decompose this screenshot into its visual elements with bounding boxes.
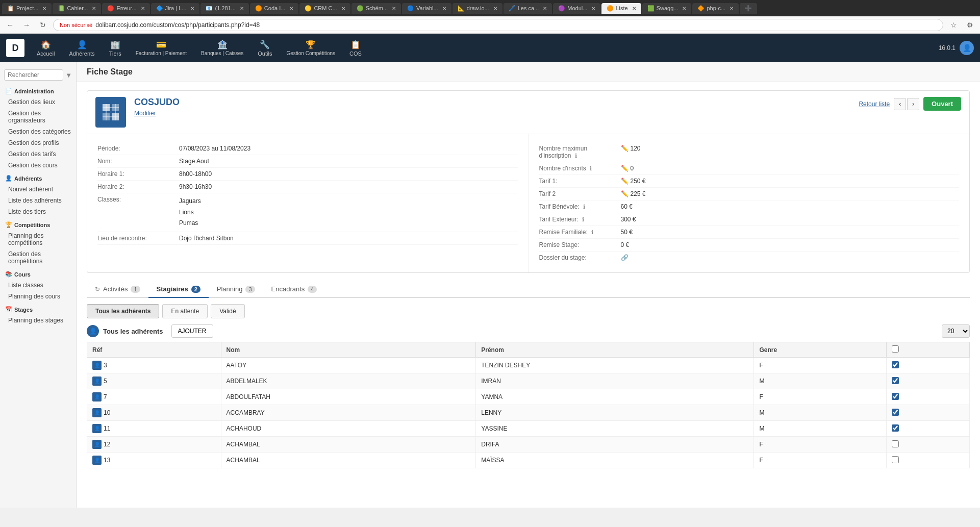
sidebar-item-liste-adherents[interactable]: Liste des adhérents (0, 195, 76, 206)
tab-crm[interactable]: 🟡CRM C...✕ (299, 3, 350, 14)
cell-checkbox[interactable] (886, 453, 969, 468)
tab-drawio[interactable]: 📐draw.io...✕ (453, 3, 502, 14)
tab-encadrants[interactable]: Encadrants 4 (263, 281, 325, 298)
row-checkbox[interactable] (892, 393, 899, 400)
nav-banques[interactable]: 🏦 Banques | Caisses (195, 37, 249, 59)
address-bar[interactable]: Non sécurisé dolibarr.cosjudo.com/custom… (53, 19, 943, 31)
tab-variable[interactable]: 🔵Variabl...✕ (402, 3, 451, 14)
cell-checkbox[interactable] (886, 437, 969, 453)
value-tarif-exterieur: 300 € (621, 216, 960, 223)
sidebar-item-planning-stages[interactable]: Planning des stages (0, 315, 76, 326)
tab-jira[interactable]: 🔷Jira | L...✕ (151, 3, 200, 14)
cell-checkbox[interactable] (886, 373, 969, 389)
sidebar-item-profils[interactable]: Gestion des profils (0, 137, 76, 148)
info-icon-benevole[interactable]: ℹ (583, 204, 585, 210)
tab-new[interactable]: ➕ (740, 3, 757, 14)
nav-facturation[interactable]: 💳 Facturation | Paiement (130, 37, 193, 59)
cell-ref: 👤 7 (87, 389, 221, 405)
filter-valide[interactable]: Validé (211, 304, 244, 318)
edit-tarif1[interactable]: ✏️ (621, 178, 629, 185)
search-dropdown-icon[interactable]: ▼ (65, 71, 72, 79)
sidebar-item-planning-competitions[interactable]: Planning des compétitions (0, 230, 76, 248)
info-icon-inscrits[interactable]: ℹ (590, 165, 592, 171)
tab-liste[interactable]: 🟠Liste✕ (601, 3, 641, 14)
info-icon-familiale[interactable]: ℹ (591, 229, 593, 235)
tab-schema[interactable]: 🟢Schém...✕ (351, 3, 401, 14)
tab-php[interactable]: 🔶php-c...✕ (692, 3, 739, 14)
tab-cahier[interactable]: 📗Cahier...✕ (53, 3, 101, 14)
prev-arrow[interactable]: ‹ (894, 98, 906, 110)
tab-activites-label: Activités (103, 285, 128, 293)
edit-nb-inscrits[interactable]: ✏️ (621, 165, 629, 172)
cell-checkbox[interactable] (886, 405, 969, 421)
cell-ref: 👤 11 (87, 421, 221, 437)
per-page-select[interactable]: 20 50 100 (942, 324, 970, 338)
nav-accueil[interactable]: 🏠 Accueil (31, 37, 61, 60)
cell-genre: F (754, 453, 886, 468)
tab-coda[interactable]: 🟠Coda I...✕ (250, 3, 299, 14)
tab-module[interactable]: 🟣Modul...✕ (553, 3, 600, 14)
value-max-inscription: 120 (631, 145, 960, 152)
cell-prenom: IMRAN (476, 373, 754, 389)
sidebar-item-liste-classes[interactable]: Liste classes (0, 280, 76, 291)
edit-tarif2[interactable]: ✏️ (621, 190, 629, 197)
row-checkbox[interactable] (892, 361, 899, 368)
info-icon-exterieur[interactable]: ℹ (582, 216, 584, 222)
nav-adherents[interactable]: 👤 Adhérents (63, 37, 100, 60)
row-checkbox[interactable] (892, 377, 899, 384)
cell-checkbox[interactable] (886, 421, 969, 437)
tab-erreur[interactable]: 🔴Erreur...✕ (102, 3, 149, 14)
row-icon: 👤 (92, 440, 102, 449)
next-arrow[interactable]: › (907, 98, 919, 110)
nav-outils[interactable]: 🔧 Outils (252, 37, 278, 60)
retour-liste-link[interactable]: Retour liste (859, 101, 890, 108)
row-checkbox[interactable] (892, 456, 899, 463)
tab-project[interactable]: 📋Project...✕ (2, 3, 52, 14)
row-checkbox[interactable] (892, 409, 899, 416)
nav-tiers[interactable]: 🏢 Tiers (103, 37, 128, 60)
filter-en-attente[interactable]: En attente (162, 304, 208, 318)
edit-max-inscription[interactable]: ✏️ (621, 145, 629, 152)
nav-cos[interactable]: 📋 COS (343, 37, 368, 60)
cell-checkbox[interactable] (886, 358, 969, 373)
nav-tiers-label: Tiers (109, 51, 121, 57)
tab-activites[interactable]: ↻ Activités 1 (87, 281, 148, 298)
modify-link[interactable]: Modifier (134, 110, 180, 117)
sidebar-item-planning-cours[interactable]: Planning des cours (0, 291, 76, 302)
col-select[interactable] (886, 342, 969, 358)
sidebar-item-lieux[interactable]: Gestion des lieux (0, 96, 76, 108)
sidebar-item-liste-tiers[interactable]: Liste des tiers (0, 206, 76, 217)
sidebar-item-categories[interactable]: Gestion des catégories (0, 126, 76, 137)
tab-planning[interactable]: Planning 3 (209, 281, 263, 298)
bookmark-button[interactable]: ☆ (947, 19, 960, 31)
search-input[interactable] (4, 69, 63, 81)
tab-email[interactable]: 📧(1.281...✕ (200, 3, 248, 14)
tab-stagiaires[interactable]: Stagiaires 2 (148, 281, 209, 298)
back-button[interactable]: ← (4, 19, 16, 31)
user-avatar[interactable]: 👤 (960, 41, 974, 55)
cell-checkbox[interactable] (886, 389, 969, 405)
add-button[interactable]: AJOUTER (171, 324, 213, 338)
filter-tous[interactable]: Tous les adhérents (87, 304, 159, 318)
cell-ref: 👤 10 (87, 405, 221, 421)
sidebar-item-tarifs[interactable]: Gestion des tarifs (0, 148, 76, 160)
sidebar-item-gestion-competitions[interactable]: Gestion des compétitions (0, 248, 76, 267)
sidebar-item-cours-admin[interactable]: Gestion des cours (0, 160, 76, 171)
extensions-button[interactable]: ⚙ (964, 19, 976, 31)
reload-button[interactable]: ↻ (37, 19, 49, 31)
app-logo[interactable]: D (6, 39, 24, 57)
sidebar-item-organisateurs[interactable]: Gestion des organisateurs (0, 108, 76, 126)
dossier-link-icon[interactable]: 🔗 (621, 254, 629, 261)
row-checkbox[interactable] (892, 424, 899, 432)
nav-competitions[interactable]: 🏆 Gestion Compétitions (280, 37, 341, 59)
tab-swagger[interactable]: 🟩Swagg...✕ (642, 3, 692, 14)
tab-lesca[interactable]: 🖊️Les ca...✕ (504, 3, 552, 14)
table-row: 👤 10 ACCAMBRAY LENNY M (87, 405, 970, 421)
info-icon-max[interactable]: ℹ (575, 153, 577, 159)
select-all-checkbox[interactable] (892, 345, 899, 353)
row-checkbox[interactable] (892, 440, 899, 447)
outils-icon: 🔧 (260, 40, 270, 49)
forward-button[interactable]: → (20, 19, 33, 31)
fiche-logo-svg (100, 102, 121, 122)
sidebar-item-nouvel-adherent[interactable]: Nouvel adhérent (0, 184, 76, 195)
